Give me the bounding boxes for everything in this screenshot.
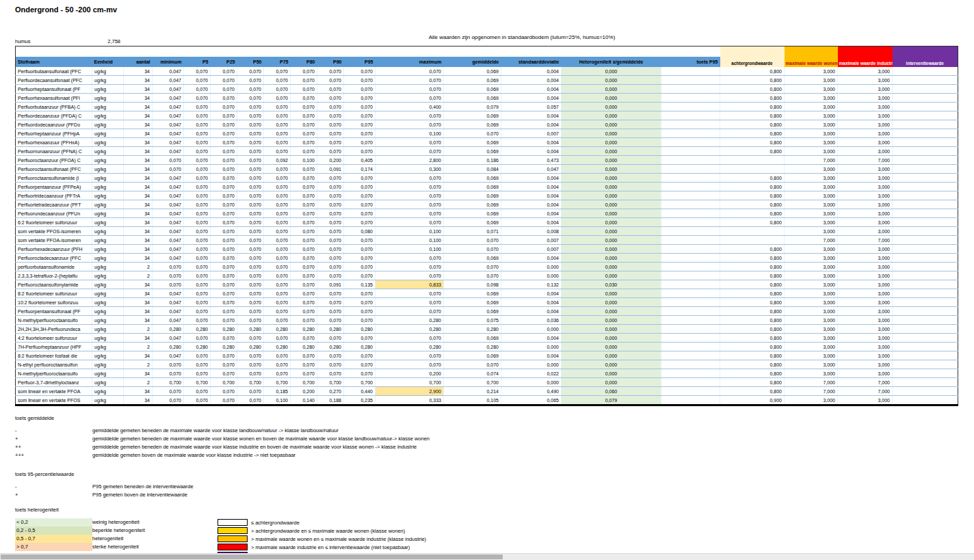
cell-standaarddeviatie[interactable]: 0,004 [501, 111, 562, 120]
cell-p80[interactable]: 0,280 [291, 343, 317, 351]
cell-eenheid[interactable]: ug/kg [92, 245, 124, 254]
cell-p75[interactable]: 0,070 [264, 369, 291, 378]
cell-toets_p95[interactable] [661, 254, 720, 263]
cell-standaarddeviatie[interactable]: 0,022 [501, 369, 562, 378]
cell-interventiewaarde[interactable] [893, 254, 958, 263]
cell-p75[interactable]: 0,070 [264, 103, 291, 111]
cell-industrie[interactable]: 3,000 [838, 120, 893, 129]
cell-p50[interactable]: 0,070 [237, 289, 264, 298]
cell-p80[interactable]: 0,070 [291, 76, 317, 85]
cell-eenheid[interactable]: ug/kg [92, 67, 124, 76]
cell-maximum[interactable]: 0,070 [376, 174, 444, 183]
cell-achtergrondwaarde[interactable] [720, 227, 785, 236]
cell-p75[interactable]: 0,070 [264, 94, 291, 103]
cell-p5[interactable]: 0,070 [184, 369, 211, 378]
cell-toets_p95[interactable] [661, 316, 720, 325]
cell-p90[interactable]: 0,070 [317, 298, 344, 307]
cell-p75[interactable]: 0,070 [264, 85, 291, 94]
cell-stofnaam[interactable]: Perfluordodecaanzuur (PFDo [16, 120, 92, 129]
cell-achtergrondwaarde[interactable]: 0,800 [720, 138, 785, 147]
cell-minimum[interactable]: 0,047 [153, 200, 184, 209]
cell-p90[interactable]: 0,091 [317, 165, 344, 174]
cell-p75[interactable]: 0,070 [264, 334, 291, 343]
cell-p75[interactable]: 0,070 [264, 174, 291, 183]
cell-standaarddeviatie[interactable]: 0,000 [501, 378, 562, 387]
cell-industrie[interactable]: 7,000 [838, 387, 893, 396]
cell-stofnaam[interactable]: som lineair en vertakte PFOS [16, 396, 92, 405]
cell-standaarddeviatie[interactable]: 0,047 [501, 165, 562, 174]
cell-p95[interactable]: 0,070 [344, 85, 376, 94]
cell-achtergrondwaarde[interactable]: 0,800 [720, 76, 785, 85]
cell-p5[interactable]: 0,070 [184, 103, 211, 111]
cell-toets_p95[interactable] [661, 120, 720, 129]
cell-maximum[interactable]: 0,070 [376, 271, 444, 280]
cell-eenheid[interactable]: ug/kg [92, 120, 124, 129]
cell-industrie[interactable]: 3,000 [838, 183, 893, 191]
cell-p90[interactable]: 0,070 [317, 209, 344, 218]
cell-p95[interactable]: 0,070 [344, 94, 376, 103]
cell-minimum[interactable]: 0,070 [153, 280, 184, 289]
cell-interventiewaarde[interactable] [893, 236, 958, 245]
cell-minimum[interactable]: 0,070 [153, 387, 184, 396]
scrollbar-thumb[interactable] [1, 555, 503, 559]
cell-p80[interactable]: 0,070 [291, 165, 317, 174]
cell-standaarddeviatie[interactable]: 0,004 [501, 85, 562, 94]
cell-industrie[interactable]: 3,000 [838, 263, 893, 271]
cell-eenheid[interactable]: ug/kg [92, 218, 124, 227]
cell-p25[interactable]: 0,070 [211, 316, 237, 325]
cell-wonen[interactable]: 3,000 [785, 209, 838, 218]
cell-heterogeniteit[interactable]: 0,000 [562, 174, 661, 183]
cell-interventiewaarde[interactable] [893, 263, 958, 271]
cell-industrie[interactable]: 7,000 [838, 156, 893, 165]
col-header-p50[interactable]: P50 [237, 57, 264, 67]
cell-aantal[interactable]: 34 [124, 334, 153, 343]
cell-p50[interactable]: 0,070 [237, 334, 264, 343]
cell-p50[interactable]: 0,070 [237, 360, 264, 369]
cell-achtergrondwaarde[interactable]: 0,800 [720, 120, 785, 129]
cell-stofnaam[interactable]: Perfluorpentaansulfonaat (PF [16, 307, 92, 316]
cell-p75[interactable]: 0,185 [264, 387, 291, 396]
cell-p50[interactable]: 0,070 [237, 94, 264, 103]
cell-standaarddeviatie[interactable]: 0,004 [501, 289, 562, 298]
cell-minimum[interactable]: 0,047 [153, 316, 184, 325]
cell-standaarddeviatie[interactable]: 0,490 [501, 387, 562, 396]
cell-toets_p95[interactable] [661, 236, 720, 245]
cell-p25[interactable]: 0,280 [211, 325, 237, 334]
cell-p90[interactable]: 0,070 [317, 360, 344, 369]
cell-industrie[interactable]: 3,000 [838, 316, 893, 325]
cell-eenheid[interactable]: ug/kg [92, 94, 124, 103]
cell-achtergrondwaarde[interactable]: 0,800 [720, 174, 785, 183]
cell-p5[interactable]: 0,070 [184, 351, 211, 360]
cell-p5[interactable]: 0,700 [184, 378, 211, 387]
cell-gemiddelde[interactable]: 0,069 [444, 120, 501, 129]
cell-p5[interactable]: 0,070 [184, 183, 211, 191]
cell-wonen[interactable]: 7,000 [785, 156, 838, 165]
cell-p75[interactable]: 0,070 [264, 191, 291, 200]
cell-p25[interactable]: 0,070 [211, 76, 237, 85]
cell-p75[interactable]: 0,070 [264, 289, 291, 298]
cell-industrie[interactable]: 3,000 [838, 360, 893, 369]
cell-industrie[interactable]: 3,000 [838, 67, 893, 76]
cell-p5[interactable]: 0,070 [184, 396, 211, 405]
cell-p80[interactable]: 0,070 [291, 280, 317, 289]
cell-p50[interactable]: 0,070 [237, 271, 264, 280]
col-header-gemiddelde[interactable]: gemiddelde [444, 57, 501, 67]
cell-p80[interactable]: 0,070 [291, 209, 317, 218]
cell-toets_p95[interactable] [661, 351, 720, 360]
cell-wonen[interactable]: 3,000 [785, 280, 838, 289]
cell-p25[interactable]: 0,070 [211, 111, 237, 120]
cell-stofnaam[interactable]: Perfluoroctaansulfonaat (PFC [16, 165, 92, 174]
col-header-minimum[interactable]: minimum [153, 57, 184, 67]
cell-p75[interactable]: 0,070 [264, 129, 291, 138]
cell-toets_p95[interactable] [661, 94, 720, 103]
col-header-stofnaam[interactable]: Stofnaam [16, 57, 92, 67]
cell-standaarddeviatie[interactable]: 0,004 [501, 94, 562, 103]
cell-minimum[interactable]: 0,047 [153, 351, 184, 360]
cell-heterogeniteit[interactable]: 0,000 [562, 183, 661, 191]
cell-maximum[interactable]: 0,100 [376, 227, 444, 236]
cell-achtergrondwaarde[interactable]: 0,800 [720, 103, 785, 111]
cell-stofnaam[interactable]: Perfluorundecaanzuur (PFUn [16, 209, 92, 218]
cell-p80[interactable]: 0,070 [291, 360, 317, 369]
cell-interventiewaarde[interactable] [893, 209, 958, 218]
cell-interventiewaarde[interactable] [893, 378, 958, 387]
